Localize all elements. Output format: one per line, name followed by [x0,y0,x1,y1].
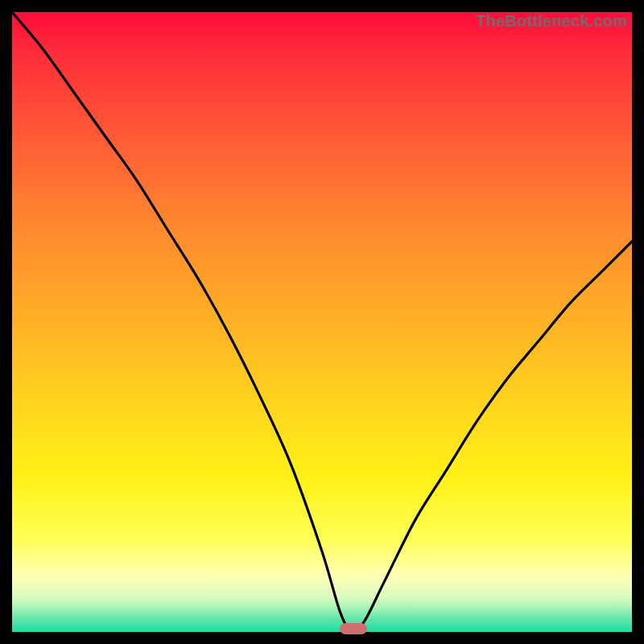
bottleneck-curve [12,12,632,632]
plot-area: TheBottleneck.com [12,12,632,632]
outer-frame: TheBottleneck.com [0,0,644,644]
curve-path [12,12,632,632]
optimal-marker [340,623,367,634]
